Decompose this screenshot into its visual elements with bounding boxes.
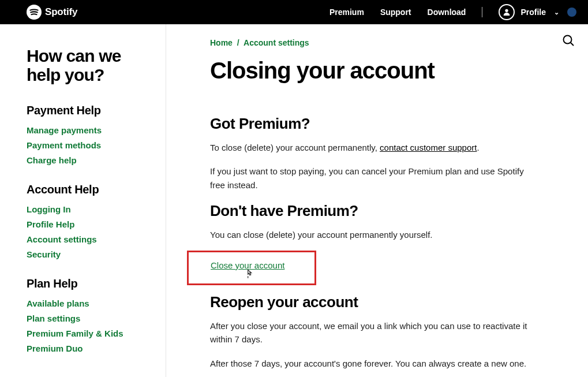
no-premium-text: You can close (delete) your account perm… [210,228,533,241]
breadcrumb-home[interactable]: Home [210,38,233,47]
breadcrumb-sep: / [237,38,239,47]
section-heading: Plan Help [27,277,154,290]
avatar-icon [499,4,515,20]
sidebar-link-account-settings[interactable]: Account settings [27,234,97,244]
sidebar-link-profile-help[interactable]: Profile Help [27,219,74,229]
sidebar-link-plan-settings[interactable]: Plan settings [27,313,80,323]
svg-point-0 [505,9,508,12]
link-contact-support[interactable]: contact customer support [380,143,477,152]
article: Home / Account settings Closing your acc… [210,38,533,377]
nav-divider [482,7,482,17]
spotify-icon [27,5,42,20]
breadcrumb: Home / Account settings [210,38,533,47]
reopen-p2: After those 7 days, your account's gone … [210,357,533,370]
got-premium-intro: To close (delete) your account permanent… [210,141,533,154]
chevron-down-icon: ⌄ [554,9,559,16]
svg-point-1 [564,36,572,44]
sidebar: How can we help you? Payment Help Manage… [0,24,166,377]
sidebar-section-plan: Plan Help Available plans Plan settings … [27,277,154,354]
logo[interactable]: Spotify [27,5,77,20]
header-nav: Premium Support Download Profile ⌄ [329,4,576,20]
globe-icon [567,8,576,17]
search-icon [561,33,575,47]
profile-menu[interactable]: Profile ⌄ [499,4,576,20]
sidebar-section-payment: Payment Help Manage payments Payment met… [27,104,154,166]
breadcrumb-account-settings[interactable]: Account settings [244,38,309,47]
brand-name: Spotify [45,6,77,18]
sidebar-link-manage-payments[interactable]: Manage payments [27,125,102,135]
sidebar-title: How can we help you? [27,46,154,84]
sidebar-link-charge-help[interactable]: Charge help [27,155,77,165]
heading-got-premium: Got Premium? [210,115,533,133]
sidebar-link-security[interactable]: Security [27,249,61,259]
nav-premium[interactable]: Premium [329,8,364,17]
sidebar-link-payment-methods[interactable]: Payment methods [27,140,101,150]
highlight-box: Close your account [187,251,316,285]
page-body: How can we help you? Payment Help Manage… [0,24,588,377]
heading-reopen: Reopen your account [210,293,533,311]
got-premium-cancel: If you just want to stop paying, you can… [210,165,533,192]
section-heading: Payment Help [27,104,154,117]
sidebar-link-logging-in[interactable]: Logging In [27,204,71,214]
sidebar-link-premium-family[interactable]: Premium Family & Kids [27,329,123,338]
app-header: Spotify Premium Support Download Profile… [0,0,588,24]
cursor-icon [244,268,256,280]
search-button[interactable] [561,33,575,50]
page-title: Closing your account [210,58,533,84]
nav-support[interactable]: Support [380,8,411,17]
text: To close (delete) your account permanent… [210,143,380,152]
sidebar-link-available-plans[interactable]: Available plans [27,298,89,308]
sidebar-link-premium-duo[interactable]: Premium Duo [27,344,83,353]
sidebar-section-account: Account Help Logging In Profile Help Acc… [27,183,154,260]
heading-no-premium: Don't have Premium? [210,202,533,220]
content: Home / Account settings Closing your acc… [166,24,588,377]
section-heading: Account Help [27,183,154,196]
svg-line-2 [571,43,574,46]
nav-download[interactable]: Download [428,8,466,17]
reopen-p1: After you close your account, we email y… [210,319,533,346]
profile-label: Profile [520,8,546,17]
